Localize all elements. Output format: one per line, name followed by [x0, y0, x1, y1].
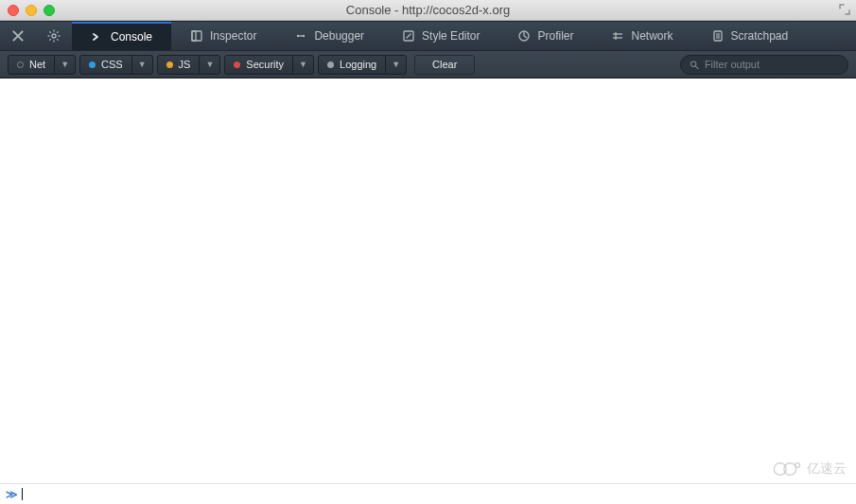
search-icon: [690, 60, 699, 70]
filter-label: Net: [29, 59, 45, 70]
network-icon: [611, 29, 624, 43]
tab-label: Scratchpad: [731, 29, 789, 43]
tab-options-button[interactable]: [36, 22, 72, 50]
console-icon: [91, 30, 104, 43]
devtools-tabstrip: Console Inspector Debugger Style Editor …: [0, 21, 856, 50]
tab-inspector[interactable]: Inspector: [171, 22, 275, 50]
chevron-down-icon: ▼: [299, 60, 307, 69]
filter-js[interactable]: JS ▼: [157, 55, 221, 75]
clear-button[interactable]: Clear: [414, 55, 475, 75]
filter-css[interactable]: CSS ▼: [79, 55, 153, 75]
window-title: Console - http://cocos2d-x.org: [0, 3, 856, 17]
tab-scratchpad[interactable]: Scratchpad: [692, 22, 808, 50]
debugger-icon: [294, 29, 307, 43]
inspector-icon: [190, 29, 203, 43]
svg-line-6: [57, 39, 58, 40]
svg-point-0: [52, 34, 56, 38]
profiler-icon: [517, 29, 531, 43]
console-output-area: 亿速云: [0, 78, 856, 483]
tab-close-button[interactable]: [0, 22, 36, 50]
console-filterbar: Net ▼ CSS ▼ JS ▼ Security ▼ Logging ▼ Cl…: [0, 50, 856, 78]
svg-line-26: [695, 65, 698, 68]
filter-label: CSS: [101, 59, 123, 70]
tab-label: Console: [111, 30, 152, 43]
filter-logging-dropdown[interactable]: ▼: [385, 56, 406, 74]
watermark-logo-icon: [772, 461, 802, 478]
chevron-down-icon: ▼: [392, 60, 400, 69]
watermark: 亿速云: [772, 461, 847, 478]
filter-js-dropdown[interactable]: ▼: [199, 56, 219, 74]
chevron-down-icon: ▼: [205, 60, 214, 69]
filter-net[interactable]: Net ▼: [8, 55, 76, 75]
chevron-down-icon: ▼: [138, 60, 147, 69]
scratchpad-icon: [711, 29, 725, 43]
dot-net-icon: [17, 61, 24, 68]
window-expand-icon[interactable]: [839, 4, 850, 15]
window-titlebar: Console - http://cocos2d-x.org: [0, 0, 856, 21]
chevron-down-icon: ▼: [61, 60, 69, 69]
filter-label: JS: [179, 59, 191, 70]
svg-line-5: [49, 31, 50, 32]
clear-label: Clear: [432, 59, 457, 70]
filter-security[interactable]: Security ▼: [224, 55, 314, 75]
tab-debugger[interactable]: Debugger: [275, 22, 383, 50]
tab-profiler[interactable]: Profiler: [498, 22, 592, 50]
filter-output-input[interactable]: [705, 59, 839, 70]
prompt-glyph-icon: ≫: [6, 488, 18, 501]
filter-logging[interactable]: Logging ▼: [318, 55, 407, 75]
svg-point-29: [795, 463, 800, 468]
filter-css-dropdown[interactable]: ▼: [131, 56, 152, 74]
tab-console[interactable]: Console: [72, 22, 171, 50]
close-icon: [11, 29, 25, 43]
tab-label: Debugger: [314, 29, 364, 43]
tab-label: Profiler: [537, 29, 573, 43]
dot-logging-icon: [327, 61, 334, 68]
tab-style-editor[interactable]: Style Editor: [383, 22, 498, 50]
console-prompt[interactable]: ≫: [0, 483, 856, 504]
tab-label: Network: [631, 29, 673, 43]
style-editor-icon: [402, 29, 415, 43]
dot-js-icon: [166, 61, 173, 68]
svg-line-7: [57, 31, 58, 32]
svg-line-8: [49, 39, 50, 40]
dot-security-icon: [234, 61, 240, 68]
filter-label: Security: [246, 59, 284, 70]
filter-net-dropdown[interactable]: ▼: [54, 56, 75, 74]
filter-output-search[interactable]: [680, 55, 848, 75]
tab-label: Inspector: [210, 29, 256, 43]
dot-css-icon: [89, 61, 96, 68]
filter-label: Logging: [340, 59, 376, 70]
tab-label: Style Editor: [422, 29, 480, 43]
text-cursor: [22, 488, 23, 500]
gear-icon: [47, 29, 61, 43]
svg-rect-10: [192, 31, 196, 41]
watermark-text: 亿速云: [807, 461, 847, 478]
svg-rect-9: [192, 31, 201, 41]
svg-line-17: [524, 36, 527, 38]
tab-network[interactable]: Network: [592, 22, 691, 50]
filter-security-dropdown[interactable]: ▼: [292, 56, 313, 74]
